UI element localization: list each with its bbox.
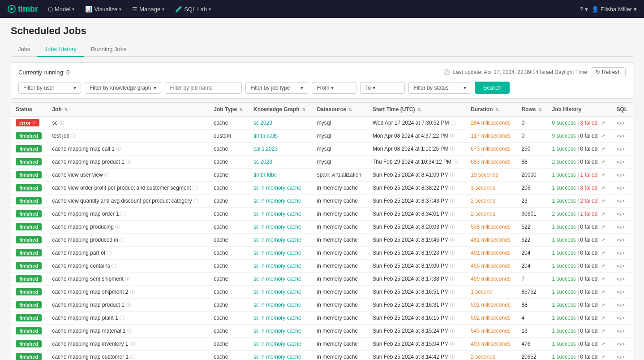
duration-link[interactable]: 683 milliseconds bbox=[471, 159, 511, 165]
info-icon[interactable]: ⓘ bbox=[453, 159, 458, 165]
kg-link[interactable]: sc in memory cache bbox=[253, 250, 301, 256]
sql-icon[interactable]: </> bbox=[616, 328, 625, 334]
info-icon[interactable]: ⓘ bbox=[450, 198, 455, 204]
external-link-icon[interactable]: ↗ bbox=[601, 211, 605, 217]
info-icon[interactable]: ⓘ bbox=[126, 159, 131, 165]
filter-job-name-input[interactable] bbox=[165, 82, 242, 94]
filter-user-select[interactable]: Filter by user ▾ bbox=[18, 82, 81, 94]
duration-link[interactable]: 502 milliseconds bbox=[471, 315, 511, 321]
tab-jobs-history[interactable]: Jobs History bbox=[37, 42, 84, 57]
duration-link[interactable]: 545 milliseconds bbox=[471, 328, 511, 334]
info-icon[interactable]: ⓘ bbox=[130, 289, 135, 295]
duration-link[interactable]: 19 seconds bbox=[471, 172, 498, 178]
sql-icon[interactable]: </> bbox=[616, 302, 625, 308]
external-link-icon[interactable]: ↗ bbox=[601, 237, 605, 243]
info-icon[interactable]: ⓘ bbox=[450, 224, 455, 230]
sql-icon[interactable]: </> bbox=[616, 133, 625, 139]
external-link-icon[interactable]: ↗ bbox=[601, 133, 605, 139]
external-link-icon[interactable]: ↗ bbox=[601, 289, 605, 295]
info-icon[interactable]: ⓘ bbox=[120, 211, 125, 217]
external-link-icon[interactable]: ↗ bbox=[601, 172, 605, 178]
info-icon[interactable]: ⓘ bbox=[450, 341, 455, 347]
duration-link[interactable]: 2 seconds bbox=[471, 198, 495, 204]
sql-icon[interactable]: </> bbox=[616, 198, 625, 204]
info-icon[interactable]: ⓘ bbox=[120, 315, 125, 321]
info-icon[interactable]: ⓘ bbox=[450, 315, 455, 321]
nav-manage[interactable]: ☰ Manage ▾ bbox=[128, 3, 169, 15]
sql-icon[interactable]: </> bbox=[616, 250, 625, 256]
kg-link[interactable]: sc in memory cache bbox=[253, 185, 301, 191]
external-link-icon[interactable]: ↗ bbox=[601, 263, 605, 269]
info-icon[interactable]: ⓘ bbox=[450, 276, 455, 282]
tab-jobs[interactable]: Jobs bbox=[11, 42, 37, 57]
sql-icon[interactable]: </> bbox=[616, 185, 625, 191]
info-icon[interactable]: ⓘ bbox=[112, 263, 116, 269]
info-icon[interactable]: ⓘ bbox=[126, 302, 131, 308]
nav-sqllab[interactable]: 🧪 SQL Lab ▾ bbox=[171, 3, 215, 15]
info-icon[interactable]: ⓘ bbox=[125, 276, 130, 282]
kg-link[interactable]: sc 2023 bbox=[253, 120, 272, 126]
filter-kg-select[interactable]: Filter by knowledge graph ▾ bbox=[85, 82, 161, 94]
info-icon[interactable]: ⓘ bbox=[71, 133, 76, 139]
info-icon[interactable]: ⓘ bbox=[450, 237, 455, 243]
info-icon[interactable]: ⓘ bbox=[450, 133, 455, 139]
col-kg[interactable]: Knowledge Graph ⇅ bbox=[249, 103, 313, 117]
external-link-icon[interactable]: ↗ bbox=[601, 146, 605, 152]
duration-link[interactable]: 501 milliseconds bbox=[471, 302, 511, 308]
sql-icon[interactable]: </> bbox=[616, 237, 625, 243]
search-button[interactable]: Search bbox=[475, 82, 509, 94]
info-icon[interactable]: ⓘ bbox=[120, 237, 125, 243]
filter-to-date[interactable]: To ▾ bbox=[360, 82, 405, 94]
info-icon[interactable]: ⓘ bbox=[116, 146, 121, 152]
info-icon[interactable]: ⓘ bbox=[450, 250, 455, 256]
sql-icon[interactable]: </> bbox=[616, 276, 625, 282]
kg-link[interactable]: sc in memory cache bbox=[253, 328, 301, 334]
kg-link[interactable]: timbr calls bbox=[253, 133, 278, 139]
col-rows[interactable]: Rows ⇅ bbox=[517, 103, 547, 117]
external-link-icon[interactable]: ↗ bbox=[601, 198, 605, 204]
refresh-button[interactable]: ↻ Refresh bbox=[591, 67, 626, 77]
info-icon[interactable]: ⓘ bbox=[450, 185, 455, 191]
duration-link[interactable]: 284 milliseconds bbox=[471, 120, 511, 126]
info-icon[interactable]: ⓘ bbox=[193, 185, 197, 191]
sql-icon[interactable]: </> bbox=[616, 120, 625, 126]
sql-icon[interactable]: </> bbox=[616, 315, 625, 321]
info-icon[interactable]: ⓘ bbox=[193, 198, 198, 204]
col-job-type[interactable]: Job Type ⇅ bbox=[209, 103, 249, 117]
info-icon[interactable]: ⓘ bbox=[450, 302, 455, 308]
sql-icon[interactable]: </> bbox=[616, 289, 625, 295]
external-link-icon[interactable]: ↗ bbox=[601, 341, 605, 347]
help-button[interactable]: ? ▾ bbox=[580, 6, 588, 13]
duration-link[interactable]: 3 seconds bbox=[471, 185, 495, 191]
duration-link[interactable]: 491 milliseconds bbox=[471, 250, 511, 256]
duration-link[interactable]: 493 milliseconds bbox=[471, 341, 511, 347]
external-link-icon[interactable]: ↗ bbox=[601, 185, 605, 191]
external-link-icon[interactable]: ↗ bbox=[601, 302, 605, 308]
duration-link[interactable]: 508 milliseconds bbox=[471, 224, 511, 230]
nav-model[interactable]: ⬡ Model ▾ bbox=[43, 3, 79, 15]
filter-status-select[interactable]: Filter by status ▾ bbox=[408, 82, 471, 94]
duration-link[interactable]: 2 seconds bbox=[471, 211, 495, 217]
filter-from-date[interactable]: From ▾ bbox=[312, 82, 356, 94]
user-menu[interactable]: 👤 Elisha Miller ▾ bbox=[592, 6, 637, 13]
col-datasource[interactable]: Datasource ⇅ bbox=[313, 103, 368, 117]
info-icon[interactable]: ⓘ bbox=[451, 120, 455, 126]
external-link-icon[interactable]: ↗ bbox=[601, 315, 605, 321]
external-link-icon[interactable]: ↗ bbox=[601, 276, 605, 282]
info-icon[interactable]: ⓘ bbox=[104, 172, 109, 178]
external-link-icon[interactable]: ↗ bbox=[601, 120, 605, 126]
external-link-icon[interactable]: ↗ bbox=[601, 354, 605, 360]
info-icon[interactable]: ⓘ bbox=[450, 211, 455, 217]
kg-link[interactable]: sc 2023 bbox=[253, 159, 272, 165]
duration-link[interactable]: 495 milliseconds bbox=[471, 263, 511, 269]
info-icon[interactable]: ⓘ bbox=[59, 120, 64, 126]
external-link-icon[interactable]: ↗ bbox=[601, 250, 605, 256]
col-duration[interactable]: Duration ⇅ bbox=[466, 103, 517, 117]
col-start-time[interactable]: Start Time (UTC) ⇅ bbox=[368, 103, 466, 117]
col-job[interactable]: Job ⇅ bbox=[47, 103, 209, 117]
nav-visualize[interactable]: 📊 Visualize ▾ bbox=[81, 3, 126, 15]
sql-icon[interactable]: </> bbox=[616, 354, 625, 360]
duration-link[interactable]: 117 milliseconds bbox=[471, 133, 511, 139]
info-icon[interactable]: ⓘ bbox=[450, 328, 455, 334]
kg-link[interactable]: sc in memory cache bbox=[253, 224, 301, 230]
